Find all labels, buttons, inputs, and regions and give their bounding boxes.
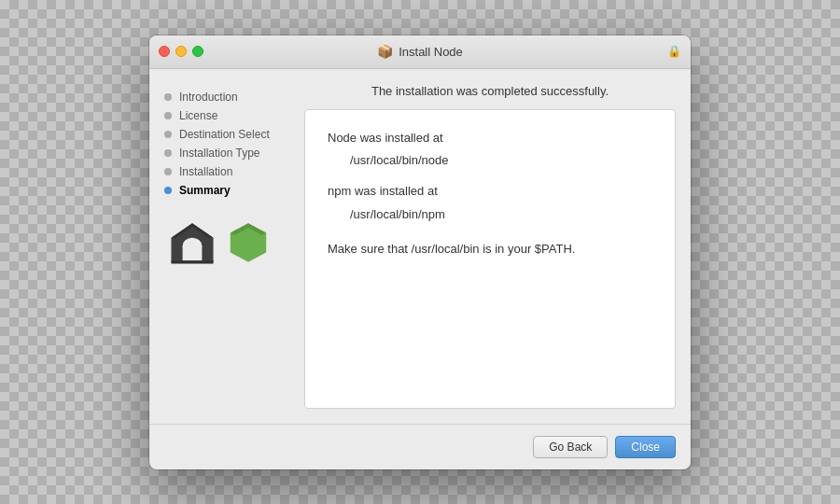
sidebar-label-installation: Installation <box>179 165 232 178</box>
sidebar-label-introduction: Introduction <box>179 91 238 104</box>
close-button-footer[interactable]: Close <box>615 436 676 458</box>
npm-logo <box>226 220 271 265</box>
sidebar-label-summary: Summary <box>179 184 231 197</box>
sidebar-items: Introduction License Destination Select … <box>164 88 304 200</box>
sidebar-item-summary[interactable]: Summary <box>164 181 304 200</box>
installer-window: 📦 Install Node 🔒 Introduction License <box>149 35 691 469</box>
sidebar-label-license: License <box>179 109 217 122</box>
maximize-button[interactable] <box>192 46 203 57</box>
npm-install-label: npm was installed at <box>328 182 652 202</box>
sidebar-dot-introduction <box>164 93 172 101</box>
svg-rect-4 <box>171 260 213 263</box>
footer: Go Back Close <box>149 424 691 469</box>
sidebar-item-introduction[interactable]: Introduction <box>164 88 304 106</box>
sidebar-dot-license <box>164 112 172 119</box>
window-title: Install Node <box>399 45 463 59</box>
node-install-path: /usr/local/bin/node <box>350 151 652 171</box>
lock-icon: 🔒 <box>667 45 681 58</box>
window-title-area: 📦 Install Node <box>377 44 463 59</box>
node-install-label: Node was installed at <box>328 129 652 148</box>
node-install-section: Node was installed at /usr/local/bin/nod… <box>328 129 652 172</box>
close-button[interactable] <box>159 46 170 57</box>
sidebar-item-destination-select[interactable]: Destination Select <box>164 125 304 144</box>
sidebar-dot-installation-type <box>164 149 172 157</box>
svg-point-3 <box>183 237 203 253</box>
sidebar-item-license[interactable]: License <box>164 106 304 125</box>
sidebar-item-installation[interactable]: Installation <box>164 162 304 181</box>
success-message: The installation was completed successfu… <box>304 84 676 98</box>
npm-install-path: /usr/local/bin/npm <box>350 205 652 225</box>
minimize-button[interactable] <box>175 46 187 57</box>
node-logo <box>168 218 217 267</box>
svg-marker-5 <box>231 223 266 262</box>
title-icon: 📦 <box>377 44 393 59</box>
sidebar-dot-summary <box>164 187 172 194</box>
sidebar-item-installation-type[interactable]: Installation Type <box>164 144 304 162</box>
title-bar: 📦 Install Node 🔒 <box>149 35 691 69</box>
traffic-lights <box>159 46 203 57</box>
content-box: Node was installed at /usr/local/bin/nod… <box>304 109 676 409</box>
sidebar-label-destination: Destination Select <box>179 128 270 141</box>
sidebar-logos <box>164 218 304 267</box>
sidebar-dot-installation <box>164 168 172 175</box>
window-body: Introduction License Destination Select … <box>149 69 691 469</box>
go-back-button[interactable]: Go Back <box>533 436 608 458</box>
main-content: The installation was completed successfu… <box>304 84 676 409</box>
sidebar: Introduction License Destination Select … <box>164 84 304 409</box>
content-area: Introduction License Destination Select … <box>149 69 691 424</box>
npm-install-section: npm was installed at /usr/local/bin/npm <box>328 182 652 225</box>
sidebar-dot-destination <box>164 131 172 138</box>
sidebar-label-installation-type: Installation Type <box>179 147 260 160</box>
path-note: Make sure that /usr/local/bin is in your… <box>328 240 652 259</box>
